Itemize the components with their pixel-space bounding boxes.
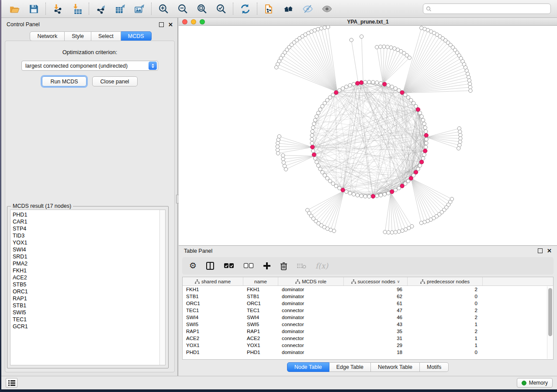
column-header-shared-name[interactable]: shared name bbox=[183, 277, 243, 285]
list-item[interactable]: STB1 bbox=[13, 302, 159, 309]
zoom-out-button[interactable] bbox=[173, 1, 192, 16]
close-panel-icon[interactable]: ✕ bbox=[168, 22, 173, 27]
float-panel-icon[interactable] bbox=[159, 22, 164, 27]
delete-columns-button[interactable] bbox=[280, 261, 287, 271]
list-item[interactable]: YOX1 bbox=[13, 239, 159, 246]
table-row[interactable]: TEC1 TEC1 connector 47 2 bbox=[183, 307, 553, 314]
zoom-selected-icon bbox=[216, 3, 227, 14]
network-title: YPA_prune.txt_1 bbox=[179, 19, 557, 25]
table-row[interactable]: YOX1 YOX1 connector 29 1 bbox=[183, 342, 553, 349]
list-item[interactable]: STP4 bbox=[13, 225, 159, 232]
show-all-button[interactable] bbox=[317, 1, 336, 16]
scrollbar-thumb[interactable] bbox=[548, 288, 552, 336]
table-row[interactable]: RAP1 RAP1 dominator 35 2 bbox=[183, 328, 553, 335]
zoom-fit-button[interactable] bbox=[192, 1, 211, 16]
table-row[interactable]: ACE2 ACE2 connector 31 1 bbox=[183, 335, 553, 342]
list-item[interactable]: SRD1 bbox=[13, 253, 159, 260]
run-mcds-button[interactable]: Run MCDS bbox=[42, 76, 86, 86]
column-header-name[interactable]: name bbox=[243, 277, 278, 285]
toolbar-separator bbox=[89, 3, 89, 15]
export-table-button[interactable] bbox=[111, 1, 130, 16]
search-input[interactable] bbox=[434, 6, 548, 12]
list-item[interactable]: TID3 bbox=[13, 232, 159, 239]
table-settings-button[interactable]: ⚙ bbox=[189, 261, 197, 271]
list-item[interactable]: CAR1 bbox=[13, 218, 159, 225]
list-item[interactable]: STB5 bbox=[13, 281, 159, 288]
memory-button[interactable]: Memory bbox=[517, 378, 553, 388]
list-item[interactable]: ORC1 bbox=[13, 288, 159, 295]
column-header-successor-nodes[interactable]: successor nodes ∨ bbox=[344, 277, 408, 285]
trash-icon bbox=[280, 262, 287, 270]
table-row[interactable]: FKH1 FKH1 dominator 96 2 bbox=[183, 286, 553, 293]
list-item[interactable]: GCR1 bbox=[13, 323, 159, 330]
eye-slash-icon bbox=[302, 3, 313, 14]
save-session-button[interactable] bbox=[24, 1, 43, 16]
refresh-view-button[interactable] bbox=[235, 1, 255, 16]
column-header-predecessor-nodes[interactable]: predecessor nodes bbox=[408, 277, 483, 285]
duplicate-network-button[interactable] bbox=[259, 1, 279, 16]
minimize-window-icon[interactable] bbox=[191, 19, 196, 24]
export-network-button[interactable] bbox=[91, 1, 111, 16]
toolbar-separator bbox=[151, 3, 152, 15]
show-log-button[interactable] bbox=[6, 378, 17, 388]
zoom-fit-icon bbox=[197, 3, 208, 14]
float-panel-icon[interactable] bbox=[538, 248, 543, 253]
import-table-button[interactable] bbox=[67, 1, 86, 16]
table-tab[interactable]: Network Table bbox=[371, 362, 420, 372]
control-tab[interactable]: Select bbox=[91, 31, 121, 41]
select-stepper-icon bbox=[149, 62, 157, 70]
sort-descending-icon: ∨ bbox=[397, 279, 400, 284]
list-item[interactable]: ACE2 bbox=[13, 274, 159, 281]
zoom-selected-button[interactable] bbox=[211, 1, 231, 16]
duplicate-network-icon bbox=[264, 3, 275, 14]
gear-icon: ⚙ bbox=[189, 261, 197, 270]
open-folder-icon bbox=[9, 3, 20, 14]
network-canvas[interactable] bbox=[179, 26, 557, 245]
close-panel-button[interactable]: Close panel bbox=[92, 76, 138, 86]
control-tab[interactable]: MCDS bbox=[121, 31, 152, 41]
deselect-all-button[interactable] bbox=[243, 261, 254, 271]
table-row[interactable]: SWI4 SWI4 dominator 46 2 bbox=[183, 314, 553, 321]
create-column-button[interactable] bbox=[263, 261, 271, 271]
table-tabs: Node TableEdge TableNetwork TableMotifs bbox=[287, 362, 449, 372]
toolbar-separator bbox=[233, 3, 233, 15]
first-neighbors-button[interactable] bbox=[279, 1, 298, 16]
control-tab[interactable]: Style bbox=[65, 31, 91, 41]
select-all-button[interactable] bbox=[224, 261, 234, 271]
list-item[interactable]: SWI5 bbox=[13, 309, 159, 316]
function-builder-button[interactable]: f(x) bbox=[315, 261, 328, 271]
list-item[interactable]: SWI4 bbox=[13, 246, 159, 253]
table-row[interactable]: ORC1 ORC1 dominator 61 0 bbox=[183, 300, 553, 307]
zoom-in-button[interactable] bbox=[154, 1, 173, 16]
list-item[interactable]: TEC1 bbox=[13, 316, 159, 323]
table-tab[interactable]: Node Table bbox=[287, 362, 329, 372]
attribute-icon bbox=[351, 279, 356, 284]
control-tab[interactable]: Network bbox=[30, 31, 65, 41]
table-row[interactable]: STB1 STB1 dominator 62 0 bbox=[183, 293, 553, 300]
main-toolbar bbox=[1, 0, 557, 18]
maximize-window-icon[interactable] bbox=[200, 19, 205, 24]
network-graph[interactable] bbox=[179, 26, 557, 244]
close-panel-icon[interactable]: ✕ bbox=[547, 248, 552, 253]
import-network-button[interactable] bbox=[48, 1, 67, 16]
table-scrollbar[interactable] bbox=[547, 286, 553, 359]
open-file-button[interactable] bbox=[5, 1, 24, 16]
list-item[interactable]: PMA2 bbox=[13, 260, 159, 267]
export-image-button[interactable] bbox=[130, 1, 149, 16]
hide-selected-button[interactable] bbox=[298, 1, 317, 16]
list-item[interactable]: FKH1 bbox=[13, 267, 159, 274]
delete-table-button[interactable] bbox=[297, 261, 306, 271]
show-columns-button[interactable] bbox=[206, 261, 214, 271]
column-header-mcds-role[interactable]: MCDS role bbox=[278, 277, 344, 285]
table-row[interactable]: SWI5 SWI5 connector 43 1 bbox=[183, 321, 553, 328]
column-header-filler bbox=[483, 277, 553, 285]
table-tab[interactable]: Edge Table bbox=[329, 362, 371, 372]
list-scrollbar[interactable] bbox=[159, 210, 165, 365]
close-window-icon[interactable] bbox=[182, 19, 187, 24]
criterion-select[interactable]: largest connected component (undirected) bbox=[21, 61, 158, 71]
plus-icon bbox=[263, 262, 271, 270]
list-item[interactable]: PHD1 bbox=[13, 211, 159, 218]
table-tab[interactable]: Motifs bbox=[420, 362, 449, 372]
list-item[interactable]: RAP1 bbox=[13, 295, 159, 302]
table-row[interactable]: PHD1 PHD1 dominator 18 0 bbox=[183, 349, 553, 356]
